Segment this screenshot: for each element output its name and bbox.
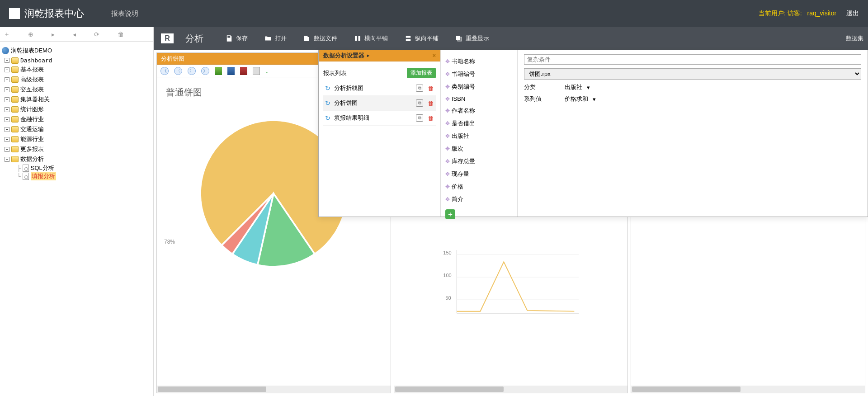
drag-handle-icon[interactable]: ✥ (445, 71, 449, 77)
expand-icon[interactable]: + (5, 58, 9, 63)
report-item[interactable]: ↻填报结果明细⧉🗑 (323, 111, 436, 126)
refresh-icon[interactable]: ↻ (325, 114, 330, 122)
report-select[interactable]: 饼图.rpx (524, 68, 861, 80)
expand-icon[interactable]: + (5, 127, 9, 132)
field-label: 出版社 (452, 132, 469, 140)
series-value[interactable]: 价格求和 (565, 95, 588, 103)
drag-handle-icon[interactable]: ✥ (445, 96, 449, 102)
field-item[interactable]: ✥现存量 (445, 168, 513, 180)
h-scrollbar[interactable] (394, 386, 628, 393)
clone-icon[interactable]: ⧉ (416, 114, 423, 122)
export-word-icon[interactable] (227, 67, 235, 75)
h-scrollbar[interactable] (157, 386, 391, 393)
expand-icon[interactable]: + (5, 147, 9, 152)
popup-title[interactable]: 数据分析设置器 ▸ × (319, 50, 440, 61)
chevron-down-icon[interactable]: ▾ (593, 96, 596, 103)
drag-handle-icon[interactable]: ✥ (445, 146, 449, 152)
expand-icon[interactable]: + (5, 67, 9, 72)
expand-icon[interactable]: + (5, 77, 9, 82)
drag-handle-icon[interactable]: ✥ (445, 84, 449, 90)
trash-icon[interactable]: 🗑 (118, 31, 124, 38)
clone-icon[interactable]: ⧉ (416, 85, 423, 92)
dataset-button[interactable]: 数据集 (846, 34, 863, 42)
prev-page-icon[interactable]: 〈 (174, 67, 182, 75)
description-link[interactable]: 报表说明 (111, 9, 138, 18)
tree-node[interactable]: +集算器相关 (2, 94, 151, 104)
field-item[interactable]: ✥库存总量 (445, 155, 513, 168)
field-item[interactable]: ✥书籍名称 (445, 55, 513, 68)
tree-node[interactable]: +统计图形 (2, 104, 151, 114)
toolbar-save-button[interactable]: 保存 (225, 34, 248, 42)
drag-handle-icon[interactable]: ✥ (445, 58, 449, 65)
clone-icon[interactable]: ⧉ (416, 99, 423, 107)
add-report-button[interactable]: 添加报表 (407, 68, 436, 78)
toolbar-open-button[interactable]: 打开 (264, 34, 287, 42)
close-icon[interactable]: × (432, 52, 436, 59)
expand-icon[interactable]: + (5, 117, 9, 122)
add-field-button[interactable]: ＋ (445, 209, 455, 219)
trash-icon[interactable]: 🗑 (427, 85, 434, 92)
export-excel-icon[interactable] (215, 67, 222, 75)
expand-icon[interactable]: + (5, 87, 9, 92)
first-page-icon[interactable]: 《 (160, 67, 169, 75)
drag-handle-icon[interactable]: ✥ (445, 108, 449, 114)
toolbar-cascade-button[interactable]: 重叠显示 (455, 34, 489, 42)
tree-leaf[interactable]: └填报分析 (2, 172, 151, 180)
field-item[interactable]: ✥作者名称 (445, 104, 513, 117)
download-icon[interactable]: ↓ (265, 67, 269, 74)
field-item[interactable]: ✥类别编号 (445, 80, 513, 93)
report-list-header: 报表列表 (323, 69, 347, 77)
tree-node-data-analysis[interactable]: − 数据分析 (2, 154, 151, 164)
complex-condition-input[interactable] (524, 54, 861, 65)
drag-handle-icon[interactable]: ✥ (445, 158, 449, 165)
refresh-icon[interactable]: ↻ (325, 85, 330, 92)
toolbar-tile-h-button[interactable]: 横向平铺 (354, 34, 388, 42)
export-pdf-icon[interactable] (240, 67, 247, 75)
tree-node[interactable]: +更多报表 (2, 144, 151, 154)
field-item[interactable]: ✥是否借出 (445, 117, 513, 130)
expand-icon[interactable]: + (5, 107, 9, 112)
toolbar-datafile-button[interactable]: 数据文件 (303, 34, 337, 42)
drag-handle-icon[interactable]: ✥ (445, 184, 449, 190)
tree-node[interactable]: +高级报表 (2, 75, 151, 85)
trash-icon[interactable]: 🗑 (427, 99, 434, 107)
field-item[interactable]: ✥简介 (445, 193, 513, 206)
tree-node[interactable]: +基本报表 (2, 65, 151, 75)
expand-icon[interactable]: + (5, 137, 9, 142)
h-scrollbar[interactable] (631, 386, 865, 393)
tree-node[interactable]: +能源行业 (2, 134, 151, 144)
drag-handle-icon[interactable]: ✥ (445, 196, 449, 203)
next-page-icon[interactable]: 〉 (188, 67, 196, 75)
drag-handle-icon[interactable]: ✥ (445, 133, 449, 139)
toolbar-tile-v-button[interactable]: 纵向平铺 (404, 34, 439, 42)
field-item[interactable]: ✥ISBN (445, 93, 513, 104)
tree-node[interactable]: +交通运输 (2, 124, 151, 134)
print-icon[interactable] (253, 67, 260, 75)
tree-root[interactable]: 润乾报表DEMO (2, 45, 151, 56)
refresh-icon[interactable]: ↻ (325, 99, 330, 107)
field-item[interactable]: ✥出版社 (445, 130, 513, 142)
report-item[interactable]: ↻分析饼图⧉🗑 (323, 96, 436, 111)
report-item[interactable]: ↻分析折线图⧉🗑 (323, 81, 436, 96)
refresh-icon[interactable]: ⟳ (94, 31, 99, 38)
field-item[interactable]: ✥价格 (445, 180, 513, 193)
category-value[interactable]: 出版社 (565, 83, 582, 91)
chevron-left-icon[interactable]: ◂ (73, 31, 76, 38)
chevron-down-icon[interactable]: ▾ (587, 84, 590, 91)
drag-handle-icon[interactable]: ✥ (445, 171, 449, 177)
drag-handle-icon[interactable]: ✥ (445, 120, 449, 127)
field-item[interactable]: ✥书籍编号 (445, 68, 513, 80)
chevron-right-icon[interactable]: ▸ (52, 31, 55, 38)
tree-leaf[interactable]: ├SQL分析 (2, 164, 151, 172)
last-page-icon[interactable]: 》 (201, 67, 209, 75)
collapse-icon[interactable]: − (5, 157, 9, 162)
expand-icon[interactable]: + (5, 97, 9, 102)
tree-node[interactable]: +金融行业 (2, 114, 151, 124)
add-icon[interactable]: ＋ (4, 30, 10, 38)
tree-node[interactable]: +Dashboard (2, 56, 151, 65)
trash-icon[interactable]: 🗑 (427, 114, 434, 122)
tree-node[interactable]: +交互报表 (2, 85, 151, 94)
logout-button[interactable]: 退出 (846, 9, 859, 17)
field-item[interactable]: ✥版次 (445, 142, 513, 155)
add-circle-icon[interactable]: ⊕ (28, 31, 33, 38)
